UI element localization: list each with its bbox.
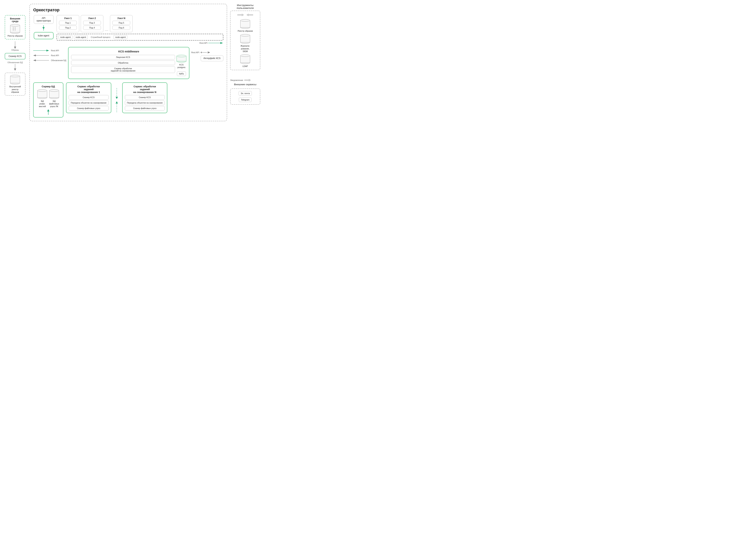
telegram-box: Telegram <box>239 98 252 102</box>
scan-serviceN-box: Сервис обработки заданий на сканирование… <box>122 82 168 113</box>
kcs-postgres-cyl: KCS postgres <box>177 55 187 69</box>
top-row: API оркестратора kube-agent Узел 1 <box>33 15 223 45</box>
middleware-scan-server: Сервер обработки заданий на сканирование <box>71 66 175 73</box>
node-agent-2: node-agent <box>74 35 88 39</box>
images-label: Образы <box>11 49 19 51</box>
external-env-box: Внешняя среда Реестр образов <box>5 15 26 39</box>
svg-marker-23 <box>115 97 118 99</box>
api-label: API оркестратора <box>37 17 51 22</box>
node2-title: Узел 2 <box>83 17 101 20</box>
interface-col: Rest API Интерфейс КСS <box>191 47 223 61</box>
svg-marker-3 <box>14 46 16 49</box>
internal-registry-cyl: Внутренний реестр образов <box>9 75 21 93</box>
scan-service1-box: Сервис обработки заданий на сканирование… <box>66 82 111 113</box>
middleware-title: KCS middleware <box>71 50 187 53</box>
svg-marker-10 <box>220 42 223 44</box>
ext-services-inner: Эл. почта Telegram <box>233 91 258 102</box>
db-updates-label-left: Обновления БД <box>7 61 23 63</box>
tools-registry-cyl: Реестр образов <box>238 19 253 32</box>
node1-box: Узел 1 Под 1 Под 2 <box>57 15 79 32</box>
scan1-file-scanner: Сканер файловых угроз <box>69 106 109 111</box>
email-box: Эл. почта <box>239 91 252 96</box>
kcs-interface-box: Интерфейс КСS <box>201 55 223 61</box>
service-agents-row: node-agent node-agent Служебный процесс … <box>57 34 223 40</box>
middleware-inner: Лицензия KCS Обработка Сервер обработки … <box>71 55 187 76</box>
tools-logging-label: Журнали- рование, SIEM <box>241 44 250 53</box>
pod6-box: Под 6 <box>113 26 130 30</box>
db-cylinders: БД уязви- мостей БД файловых угроз ЛК <box>36 89 61 108</box>
svg-marker-7 <box>42 27 45 30</box>
image-registry-left-label: Реестр образов <box>8 35 23 37</box>
api-box: API оркестратора <box>34 15 53 24</box>
scanN-file-scanner: Сканер файловых угроз <box>125 106 165 111</box>
orchestrator-container: Оркестратор API оркестратора kube-agent <box>30 4 227 121</box>
scanN-transfer: Передача объектов на сканирование <box>125 101 165 105</box>
db-updates-arrow-left: Обновления БД <box>7 61 23 71</box>
middleware-processing: Обработка <box>71 60 175 65</box>
svg-marker-16 <box>33 59 36 61</box>
api-kube-col: API оркестратора kube-agent <box>33 15 54 39</box>
exchange-arrows <box>237 13 253 17</box>
left-arrows-col: Rest API Rest API Обновления БД <box>33 47 66 62</box>
server-bd-box: Сервер БД БД уязви- мостей БД фа <box>33 82 63 118</box>
ext-services-box: Эл. почта Telegram <box>230 88 260 105</box>
ext-services-title: Внешние сервисы <box>230 83 260 86</box>
node2-box: Узел 2 Под 3 Под 4 <box>81 15 103 32</box>
scan1-scanner: Сканер KCS <box>69 95 109 100</box>
tools-ldap-cyl: LDAP <box>240 54 250 67</box>
scan-service1-title: Сервис обработки заданий на сканирование… <box>69 85 109 94</box>
file-threats-db-cyl: БД файловых угроз ЛК <box>49 89 59 108</box>
internal-registry-box: Внутренний реестр образов <box>5 73 26 96</box>
user-tools-box: Реестр образов Журнали- рование, SIEM LD… <box>230 11 260 70</box>
scan-serviceN-inner: Сканер KCS Передача объектов на сканиров… <box>125 95 165 111</box>
middleware-license: Лицензия KCS <box>71 55 175 59</box>
nodes-row: Узел 1 Под 1 Под 2 Узел 2 <box>57 15 223 32</box>
svg-marker-28 <box>244 79 251 81</box>
pod5-box: Под 5 <box>113 21 130 25</box>
bottom-section: Сервер БД БД уязви- мостей БД фа <box>33 82 223 118</box>
svg-marker-14 <box>33 54 36 56</box>
rest-api-arrow1: Rest API <box>33 49 66 52</box>
rest-api-interface-arrow: Rest API <box>191 51 210 54</box>
scan-serviceN-title: Сервис обработки заданий на сканирование… <box>125 85 165 94</box>
file-threats-db-label: БД файловых угроз ЛК <box>49 100 59 108</box>
pod2-box: Под 2 <box>59 26 77 30</box>
svg-marker-27 <box>246 14 253 16</box>
pod4-box: Под 4 <box>83 26 101 30</box>
db-updates-arrow2: Обновления БД <box>33 59 66 62</box>
right-column: Инструменты пользователя Реестр образов <box>230 4 260 121</box>
rest-api-label2: Rest API <box>51 49 59 52</box>
external-env-label: Внешняя среда <box>7 17 23 23</box>
rest-api-label3: Rest API <box>51 54 59 56</box>
rest-api-arrow2: Rest API <box>33 54 66 57</box>
ext-services-section: Уведомления Внешние сервисы Эл. почта Te… <box>230 78 260 105</box>
svg-marker-26 <box>237 14 244 16</box>
server-bd-title: Сервер БД <box>36 85 61 88</box>
service-process-label: Служебный процесс <box>89 35 112 39</box>
tools-ldap-label: LDAP <box>243 65 248 67</box>
kcs-scanner-label: Сканер KCS <box>9 55 22 57</box>
kube-agent-label: kube-agent <box>38 34 49 37</box>
pod3-box: Под 3 <box>83 21 101 25</box>
tools-registry-label: Реестр образов <box>238 30 253 32</box>
orchestrator-title: Оркестратор <box>33 8 223 13</box>
orchestrator-box: Оркестратор API оркестратора kube-agent <box>30 4 227 121</box>
rest-api-row: Rest API <box>57 41 223 45</box>
scan-arrows <box>114 82 119 112</box>
kube-agent-box: kube-agent <box>34 32 53 39</box>
kcs-postgres-label: KCS postgres <box>178 63 186 69</box>
node-agent-1: node-agent <box>58 35 72 39</box>
svg-marker-19 <box>208 51 210 53</box>
scanN-scanner: Сканер KCS <box>125 95 165 100</box>
left-column: Внешняя среда Реестр образов Образы Скан… <box>4 15 27 121</box>
user-tools-inner: Реестр образов Журнали- рование, SIEM LD… <box>233 13 258 67</box>
tools-logging-cyl: Журнали- рование, SIEM <box>240 34 250 53</box>
node1-title: Узел 1 <box>59 17 77 20</box>
node-agent-N: node-agent <box>113 35 127 39</box>
diagram-container: Внешняя среда Реестр образов Образы Скан… <box>4 4 260 121</box>
kcs-scanner-box: Сканер KCS <box>5 53 26 59</box>
pod1-box: Под 1 <box>59 21 77 25</box>
vuln-db-cyl: БД уязви- мостей <box>38 89 47 108</box>
nodeN-title: Узел N <box>113 17 130 20</box>
db-arrow-up <box>36 109 61 115</box>
